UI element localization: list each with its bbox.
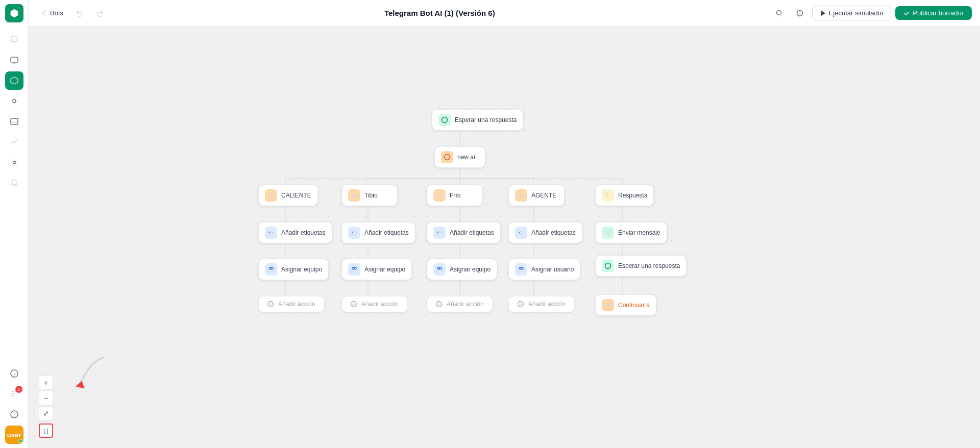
add-labels-1-label: Añadir etiquetas — [281, 229, 326, 236]
agente-label: AGENTE — [531, 192, 556, 199]
node-add-action-2[interactable]: Añadir acción — [341, 296, 408, 312]
add-action-1-label: Añadir acción — [278, 301, 315, 308]
send-message-label: Enviar mensaje — [618, 229, 660, 236]
respuesta-icon — [602, 189, 614, 202]
send-message-icon — [602, 227, 614, 239]
sidebar-item-bots[interactable] — [5, 71, 23, 90]
wait-response-top-icon — [438, 114, 451, 126]
node-new-ai[interactable]: new ai — [434, 146, 485, 168]
svg-point-1 — [13, 99, 16, 103]
sidebar-item-whatsapp[interactable] — [5, 364, 23, 383]
variable-button[interactable]: {·} — [39, 424, 53, 438]
continue-to-label: Continuar a — [618, 302, 650, 309]
svg-point-40 — [352, 232, 353, 233]
svg-point-3 — [13, 161, 15, 164]
node-tibio[interactable]: Tibio — [341, 185, 398, 206]
add-labels-2-label: Añadir etiquetas — [364, 229, 409, 236]
zoom-in-icon: + — [44, 379, 48, 387]
feed-badge: 3 — [15, 386, 22, 393]
sidebar-item-messages[interactable] — [5, 51, 23, 69]
svg-rect-2 — [11, 118, 18, 125]
node-assign-user[interactable]: Asignar usuario — [508, 259, 580, 280]
node-add-labels-4[interactable]: Añadir etiquetas — [508, 222, 582, 243]
variable-icon: {·} — [43, 428, 48, 434]
redo-button[interactable] — [92, 5, 108, 21]
assign-team-1-label: Asignar equipo — [281, 266, 322, 273]
node-caliente[interactable]: CALIENTE — [258, 185, 318, 206]
node-assign-team-1[interactable]: Asignar equipo — [258, 259, 329, 280]
assign-user-label: Asignar usuario — [531, 266, 574, 273]
sidebar: 3 user — [0, 0, 29, 448]
assign-team-2-label: Asignar equipo — [364, 266, 405, 273]
assign-team-3-label: Asignar equipo — [450, 266, 491, 273]
wait-response-bottom-icon — [602, 260, 614, 272]
svg-point-44 — [271, 267, 273, 269]
node-wait-response-bottom[interactable]: Esperar una respuesta — [595, 255, 687, 277]
sidebar-item-feed[interactable]: 3 — [5, 385, 23, 403]
node-add-labels-1[interactable]: Añadir etiquetas — [258, 222, 332, 243]
node-continue-to[interactable]: Continuar a — [595, 294, 656, 316]
node-send-message[interactable]: Enviar mensaje — [595, 222, 667, 243]
back-label: Bots — [50, 9, 63, 17]
caliente-label: CALIENTE — [281, 192, 311, 199]
sidebar-item-inbox[interactable] — [5, 112, 23, 131]
svg-point-6 — [14, 416, 14, 416]
simulator-button[interactable]: Ejecutar simulador — [812, 6, 892, 20]
add-labels-3-label: Añadir etiquetas — [450, 229, 494, 236]
continue-to-icon — [602, 299, 614, 311]
respuesta-label: Respuesta — [618, 192, 647, 199]
assign-team-1-icon — [265, 263, 277, 276]
svg-marker-9 — [821, 11, 825, 16]
svg-marker-56 — [76, 381, 85, 388]
agente-icon — [515, 189, 527, 202]
assign-user-icon — [515, 263, 527, 276]
add-action-4-label: Añadir acción — [528, 301, 566, 308]
sidebar-item-notifications[interactable] — [5, 173, 23, 192]
zoom-in-button[interactable]: + — [39, 376, 53, 390]
node-add-action-1[interactable]: Añadir acción — [258, 296, 325, 312]
history-button[interactable] — [792, 5, 808, 21]
undo-button[interactable] — [71, 5, 88, 21]
tibio-label: Tibio — [364, 192, 378, 199]
main-area: Bots Telegram Bot AI (1) (Versión 6) Eje… — [29, 0, 980, 448]
add-labels-4-label: Añadir etiquetas — [531, 229, 576, 236]
sidebar-item-broadcast[interactable] — [5, 92, 23, 110]
svg-point-42 — [519, 232, 520, 233]
topbar-right: Ejecutar simulador Publicar borrador — [771, 5, 972, 21]
wait-response-top-label: Esperar una respuesta — [455, 116, 517, 123]
svg-rect-0 — [11, 57, 18, 62]
node-assign-team-2[interactable]: Asignar equipo — [341, 259, 412, 280]
fit-button[interactable]: ⤢ — [39, 406, 53, 420]
svg-point-48 — [439, 267, 442, 269]
assign-team-2-icon — [348, 263, 360, 276]
flow-connections — [29, 27, 980, 448]
node-frio[interactable]: Frío — [427, 185, 483, 206]
node-add-labels-2[interactable]: Añadir etiquetas — [341, 222, 415, 243]
node-add-labels-3[interactable]: Añadir etiquetas — [427, 222, 501, 243]
node-respuesta[interactable]: Respuesta — [595, 185, 654, 206]
node-agente[interactable]: AGENTE — [508, 185, 565, 206]
back-to-bots-button[interactable]: Bots — [37, 7, 67, 19]
flow-canvas[interactable]: Esperar una respuesta new ai CALIENTE Ti… — [29, 27, 980, 448]
sidebar-item-analytics[interactable] — [5, 133, 23, 151]
sidebar-item-settings[interactable] — [5, 153, 23, 171]
topbar: Bots Telegram Bot AI (1) (Versión 6) Eje… — [29, 0, 980, 27]
user-avatar-letter: user — [7, 431, 21, 439]
svg-point-50 — [521, 267, 523, 269]
publish-button[interactable]: Publicar borrador — [895, 6, 972, 20]
node-assign-team-3[interactable]: Asignar equipo — [427, 259, 497, 280]
sidebar-item-chat[interactable] — [5, 31, 23, 49]
search-button[interactable] — [771, 5, 788, 21]
sidebar-item-user[interactable]: user — [5, 426, 23, 444]
wait-response-bottom-label: Esperar una respuesta — [618, 262, 680, 269]
publish-label: Publicar borrador — [913, 9, 964, 17]
svg-point-39 — [269, 232, 270, 233]
sidebar-item-help[interactable] — [5, 405, 23, 424]
add-action-3-label: Añadir acción — [447, 301, 484, 308]
zoom-out-button[interactable]: − — [39, 391, 53, 405]
topbar-left: Bots — [37, 5, 108, 21]
sidebar-logo[interactable] — [5, 4, 23, 22]
node-add-action-4[interactable]: Añadir acción — [508, 296, 575, 312]
node-wait-response-top[interactable]: Esperar una respuesta — [432, 109, 523, 131]
node-add-action-3[interactable]: Añadir acción — [427, 296, 493, 312]
